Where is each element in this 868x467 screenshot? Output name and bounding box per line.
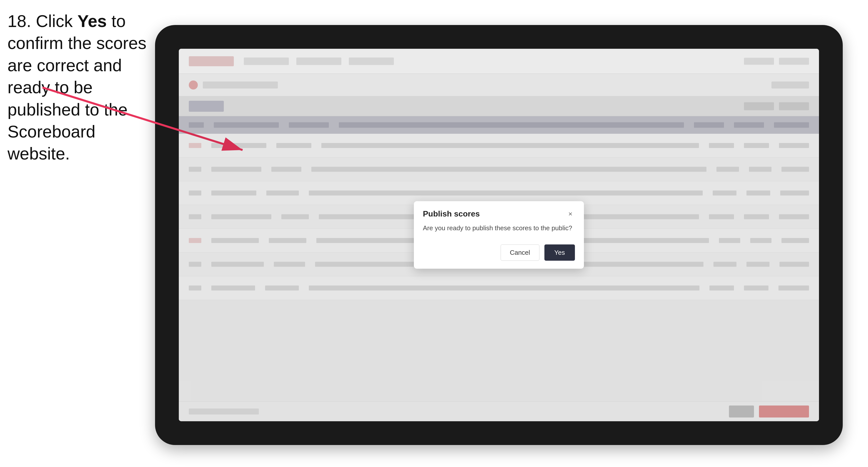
yes-button[interactable]: Yes [545,245,575,261]
modal-close-button[interactable]: × [566,209,575,218]
modal-title: Publish scores [423,209,480,218]
cancel-button[interactable]: Cancel [501,245,539,261]
modal-footer: Cancel Yes [414,240,584,269]
tablet-device: Publish scores × Are you ready to publis… [155,25,843,445]
modal-header: Publish scores × [414,201,584,223]
tablet-screen: Publish scores × Are you ready to publis… [179,49,819,421]
step-number: 18. [7,11,31,31]
instruction-text: 18. Click Yes to confirm the scores are … [7,10,148,165]
bold-yes: Yes [78,11,107,31]
modal-body: Are you ready to publish these scores to… [414,223,584,240]
modal-dialog: Publish scores × Are you ready to publis… [414,201,584,269]
